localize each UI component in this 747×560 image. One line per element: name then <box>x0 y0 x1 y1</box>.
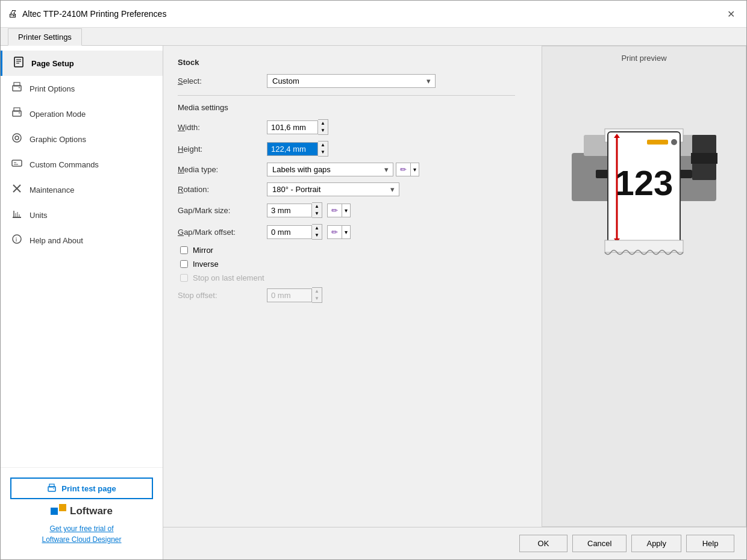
preview-title: Print preview <box>621 54 666 63</box>
media-type-arrow[interactable]: ▾ <box>411 163 419 176</box>
sidebar-label-help-about: Help and About <box>30 236 83 245</box>
sidebar-item-operation-mode[interactable]: Operation Mode <box>1 101 163 126</box>
preview-panel: Print preview 123 <box>542 46 746 527</box>
sidebar-label-units: Units <box>30 211 48 220</box>
printer-settings-tab[interactable]: Printer Settings <box>8 28 82 46</box>
inverse-label[interactable]: Inverse <box>193 260 219 269</box>
sidebar-item-units[interactable]: Units <box>1 202 163 228</box>
sidebar-label-operation-mode: Operation Mode <box>30 110 86 119</box>
loftware-icon <box>51 508 66 515</box>
height-row: Height: ▲ ▼ <box>178 141 515 157</box>
height-spinner-btns: ▲ ▼ <box>318 141 328 157</box>
rotation-select-wrap[interactable]: 0° - Portrait 90° - Landscape 180° - Por… <box>267 182 399 196</box>
svg-point-10 <box>13 134 21 142</box>
height-input[interactable] <box>267 142 318 156</box>
svg-rect-0 <box>14 57 23 67</box>
sidebar-item-maintenance[interactable]: Maintenance <box>1 177 163 202</box>
height-label: Height: <box>178 145 262 154</box>
media-type-select[interactable]: Labels with gaps Continuous Black mark <box>267 163 393 176</box>
svg-rect-12 <box>12 160 22 166</box>
right-content: Stock Select: Custom 4x6 Label 2x4 Label <box>163 46 746 559</box>
sidebar-item-page-setup[interactable]: Page Setup <box>1 51 163 76</box>
width-spinner: ▲ ▼ <box>267 119 328 135</box>
gap-size-arrow[interactable]: ▾ <box>342 204 350 217</box>
sidebar-item-print-options[interactable]: Print Options <box>1 76 163 101</box>
gap-offset-label: Gap/Mark offset: <box>178 228 262 237</box>
stop-offset-label: Stop offset: <box>178 291 262 300</box>
width-down-btn[interactable]: ▼ <box>318 127 328 134</box>
gap-offset-up-btn[interactable]: ▲ <box>312 225 322 232</box>
svg-rect-37 <box>647 140 668 145</box>
sidebar-item-help-about[interactable]: i Help and About <box>1 228 163 253</box>
height-up-btn[interactable]: ▲ <box>318 142 328 149</box>
gap-size-input[interactable] <box>267 204 312 217</box>
mirror-label[interactable]: Mirror <box>193 246 213 255</box>
media-type-combo: Labels with gaps Continuous Black mark ✏ <box>267 163 419 176</box>
stop-offset-spinner: ▲ ▼ <box>267 287 322 303</box>
sidebar-bottom: Print test page Loftware Get your free t… <box>1 467 163 555</box>
sidebar-item-custom-commands[interactable]: Custom Commands <box>1 152 163 177</box>
graphic-options-icon <box>10 132 23 146</box>
media-type-edit-btn[interactable]: ✏ ▾ <box>396 163 419 176</box>
print-test-button[interactable]: Print test page <box>10 478 153 499</box>
help-about-icon: i <box>10 234 23 247</box>
loftware-cloud-link[interactable]: Get your free trial ofLoftware Cloud Des… <box>42 523 121 545</box>
title-bar: 🖨 Altec TTP-2410M Printing Preferences ✕ <box>1 1 746 28</box>
gap-size-pencil[interactable]: ✏ <box>328 204 342 217</box>
svg-point-26 <box>54 488 55 490</box>
stop-offset-spinner-btns: ▲ ▼ <box>312 287 322 303</box>
width-input[interactable] <box>267 120 318 134</box>
media-type-select-wrap[interactable]: Labels with gaps Continuous Black mark <box>267 163 393 176</box>
sidebar-item-graphic-options[interactable]: Graphic Options <box>1 126 163 152</box>
gap-offset-pencil[interactable]: ✏ <box>328 226 342 238</box>
svg-text:123: 123 <box>615 163 674 202</box>
stop-last-row: Stop on last element <box>178 273 515 282</box>
stock-select[interactable]: Custom 4x6 Label 2x4 Label <box>267 74 436 88</box>
media-type-row: Media type: Labels with gaps Continuous … <box>178 163 515 176</box>
main-content: Page Setup Print Options Operation Mode <box>1 46 746 559</box>
gap-size-down-btn[interactable]: ▼ <box>312 210 322 217</box>
help-button[interactable]: Help <box>686 535 734 552</box>
stop-offset-down-btn: ▼ <box>312 295 322 302</box>
mirror-checkbox[interactable] <box>180 246 188 254</box>
rotation-row: Rotation: 0° - Portrait 90° - Landscape … <box>178 182 515 196</box>
gap-size-edit-btn[interactable]: ✏ ▾ <box>327 204 351 217</box>
inverse-checkbox[interactable] <box>180 260 188 268</box>
close-button[interactable]: ✕ <box>722 5 739 22</box>
pencil-icon-gap: ✏ <box>331 206 338 215</box>
sidebar-label-maintenance: Maintenance <box>30 185 74 194</box>
dropdown-arrow-gap: ▾ <box>345 207 348 214</box>
gap-offset-arrow[interactable]: ▾ <box>342 226 350 238</box>
svg-rect-17 <box>13 217 21 218</box>
svg-rect-36 <box>605 240 683 252</box>
width-up-btn[interactable]: ▲ <box>318 120 328 127</box>
window-title: Altec TTP-2410M Printing Preferences <box>22 9 166 19</box>
height-down-btn[interactable]: ▼ <box>318 149 328 156</box>
custom-commands-icon <box>10 158 23 171</box>
gap-offset-edit-btn[interactable]: ✏ ▾ <box>327 225 351 239</box>
stop-last-checkbox[interactable] <box>180 274 188 282</box>
stop-offset-up-btn: ▲ <box>312 288 322 295</box>
gap-size-spinner-btns: ▲ ▼ <box>312 202 322 218</box>
gap-size-up-btn[interactable]: ▲ <box>312 203 322 210</box>
operation-mode-icon <box>10 107 23 120</box>
svg-rect-40 <box>691 153 717 164</box>
page-setup-icon <box>12 57 25 70</box>
ok-button[interactable]: OK <box>519 535 567 552</box>
cancel-button[interactable]: Cancel <box>572 535 627 552</box>
sidebar-label-graphic-options: Graphic Options <box>30 135 86 144</box>
width-label: Width: <box>178 123 262 132</box>
stop-last-label: Stop on last element <box>193 273 264 282</box>
gap-size-label: Gap/Mark size: <box>178 206 262 215</box>
maintenance-icon <box>10 183 23 196</box>
gap-offset-input[interactable] <box>267 225 312 239</box>
form-section: Stock Select: Custom 4x6 Label 2x4 Label <box>163 46 530 527</box>
svg-point-38 <box>671 139 677 145</box>
apply-button[interactable]: Apply <box>631 535 681 552</box>
stock-select-dropdown[interactable]: Custom 4x6 Label 2x4 Label <box>267 74 436 88</box>
media-type-pencil[interactable]: ✏ <box>396 163 411 176</box>
rotation-select[interactable]: 0° - Portrait 90° - Landscape 180° - Por… <box>267 182 399 196</box>
gap-offset-down-btn[interactable]: ▼ <box>312 232 322 239</box>
sidebar: Page Setup Print Options Operation Mode <box>1 46 163 559</box>
height-spinner: ▲ ▼ <box>267 141 328 157</box>
